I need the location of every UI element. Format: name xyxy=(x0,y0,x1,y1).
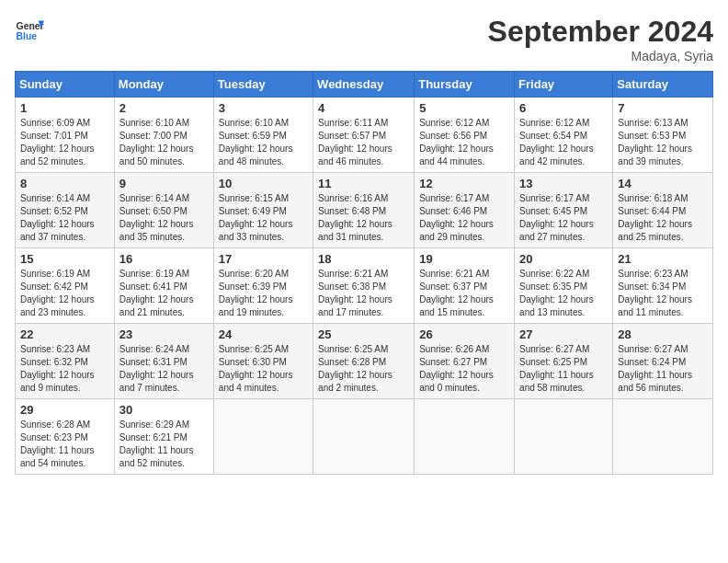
weekday-header-thursday: Thursday xyxy=(415,72,515,98)
calendar-cell: 30 Sunrise: 6:29 AM Sunset: 6:21 PM Dayl… xyxy=(114,399,213,475)
day-details: Sunrise: 6:20 AM Sunset: 6:39 PM Dayligh… xyxy=(219,268,308,319)
calendar-cell: 2 Sunrise: 6:10 AM Sunset: 7:00 PM Dayli… xyxy=(114,98,213,173)
calendar-cell: 15 Sunrise: 6:19 AM Sunset: 6:42 PM Dayl… xyxy=(16,248,115,324)
calendar-cell: 21 Sunrise: 6:23 AM Sunset: 6:34 PM Dayl… xyxy=(613,248,713,324)
weekday-header-sunday: Sunday xyxy=(16,72,115,98)
calendar-week-row: 15 Sunrise: 6:19 AM Sunset: 6:42 PM Dayl… xyxy=(16,248,713,324)
calendar-cell: 13 Sunrise: 6:17 AM Sunset: 6:45 PM Dayl… xyxy=(515,173,613,248)
day-details: Sunrise: 6:14 AM Sunset: 6:50 PM Dayligh… xyxy=(119,192,209,244)
calendar-cell: 4 Sunrise: 6:11 AM Sunset: 6:57 PM Dayli… xyxy=(313,98,415,173)
calendar-cell: 23 Sunrise: 6:24 AM Sunset: 6:31 PM Dayl… xyxy=(114,324,213,399)
calendar-cell: 3 Sunrise: 6:10 AM Sunset: 6:59 PM Dayli… xyxy=(213,98,313,173)
day-number: 6 xyxy=(519,101,608,115)
logo-icon: General Blue xyxy=(15,15,44,44)
day-number: 28 xyxy=(618,327,708,341)
weekday-header-row: SundayMondayTuesdayWednesdayThursdayFrid… xyxy=(16,72,713,98)
weekday-header-wednesday: Wednesday xyxy=(313,72,415,98)
day-number: 23 xyxy=(119,327,209,341)
day-number: 8 xyxy=(20,177,109,190)
day-details: Sunrise: 6:26 AM Sunset: 6:27 PM Dayligh… xyxy=(419,343,509,395)
day-number: 30 xyxy=(119,403,209,417)
calendar-cell: 27 Sunrise: 6:27 AM Sunset: 6:25 PM Dayl… xyxy=(515,324,613,399)
day-details: Sunrise: 6:21 AM Sunset: 6:37 PM Dayligh… xyxy=(419,268,509,319)
day-details: Sunrise: 6:27 AM Sunset: 6:25 PM Dayligh… xyxy=(519,343,608,395)
day-details: Sunrise: 6:14 AM Sunset: 6:52 PM Dayligh… xyxy=(20,192,109,244)
calendar-week-row: 22 Sunrise: 6:23 AM Sunset: 6:32 PM Dayl… xyxy=(16,324,713,399)
calendar-cell: 26 Sunrise: 6:26 AM Sunset: 6:27 PM Dayl… xyxy=(415,324,515,399)
day-number: 5 xyxy=(419,101,509,115)
logo: General Blue xyxy=(15,15,44,44)
month-title: September 2024 xyxy=(488,15,713,49)
day-number: 29 xyxy=(20,403,109,417)
day-number: 13 xyxy=(519,177,608,190)
day-number: 18 xyxy=(318,252,409,266)
day-number: 21 xyxy=(618,252,708,266)
day-number: 24 xyxy=(219,327,308,341)
calendar-cell: 20 Sunrise: 6:22 AM Sunset: 6:35 PM Dayl… xyxy=(515,248,613,324)
calendar-cell: 17 Sunrise: 6:20 AM Sunset: 6:39 PM Dayl… xyxy=(213,248,313,324)
day-details: Sunrise: 6:17 AM Sunset: 6:45 PM Dayligh… xyxy=(519,192,608,244)
day-details: Sunrise: 6:22 AM Sunset: 6:35 PM Dayligh… xyxy=(519,268,608,319)
day-number: 25 xyxy=(318,327,409,341)
day-number: 1 xyxy=(20,101,109,115)
day-details: Sunrise: 6:15 AM Sunset: 6:49 PM Dayligh… xyxy=(219,192,308,244)
calendar-cell xyxy=(313,399,415,475)
day-details: Sunrise: 6:19 AM Sunset: 6:41 PM Dayligh… xyxy=(119,268,209,319)
calendar-cell: 19 Sunrise: 6:21 AM Sunset: 6:37 PM Dayl… xyxy=(415,248,515,324)
day-details: Sunrise: 6:21 AM Sunset: 6:38 PM Dayligh… xyxy=(318,268,409,319)
day-number: 12 xyxy=(419,177,509,190)
calendar-cell: 24 Sunrise: 6:25 AM Sunset: 6:30 PM Dayl… xyxy=(213,324,313,399)
day-details: Sunrise: 6:23 AM Sunset: 6:34 PM Dayligh… xyxy=(618,268,708,319)
calendar-cell: 14 Sunrise: 6:18 AM Sunset: 6:44 PM Dayl… xyxy=(613,173,713,248)
calendar-cell: 16 Sunrise: 6:19 AM Sunset: 6:41 PM Dayl… xyxy=(114,248,213,324)
location: Madaya, Syria xyxy=(488,49,713,63)
day-details: Sunrise: 6:11 AM Sunset: 6:57 PM Dayligh… xyxy=(318,117,409,168)
day-number: 4 xyxy=(318,101,409,115)
day-details: Sunrise: 6:25 AM Sunset: 6:30 PM Dayligh… xyxy=(219,343,308,395)
day-details: Sunrise: 6:09 AM Sunset: 7:01 PM Dayligh… xyxy=(20,117,109,168)
calendar-cell: 9 Sunrise: 6:14 AM Sunset: 6:50 PM Dayli… xyxy=(114,173,213,248)
calendar-table: SundayMondayTuesdayWednesdayThursdayFrid… xyxy=(15,71,713,475)
calendar-cell: 25 Sunrise: 6:25 AM Sunset: 6:28 PM Dayl… xyxy=(313,324,415,399)
page-header: General Blue September 2024 Madaya, Syri… xyxy=(15,15,713,63)
day-number: 9 xyxy=(119,177,209,190)
calendar-cell xyxy=(213,399,313,475)
day-details: Sunrise: 6:23 AM Sunset: 6:32 PM Dayligh… xyxy=(20,343,109,395)
day-number: 2 xyxy=(119,101,209,115)
day-details: Sunrise: 6:27 AM Sunset: 6:24 PM Dayligh… xyxy=(618,343,708,395)
day-number: 10 xyxy=(219,177,308,190)
calendar-cell: 7 Sunrise: 6:13 AM Sunset: 6:53 PM Dayli… xyxy=(613,98,713,173)
day-number: 14 xyxy=(618,177,708,190)
day-number: 16 xyxy=(119,252,209,266)
day-number: 11 xyxy=(318,177,409,190)
day-number: 26 xyxy=(419,327,509,341)
calendar-week-row: 8 Sunrise: 6:14 AM Sunset: 6:52 PM Dayli… xyxy=(16,173,713,248)
calendar-cell xyxy=(613,399,713,475)
weekday-header-saturday: Saturday xyxy=(613,72,713,98)
weekday-header-monday: Monday xyxy=(114,72,213,98)
calendar-cell: 1 Sunrise: 6:09 AM Sunset: 7:01 PM Dayli… xyxy=(16,98,115,173)
calendar-cell xyxy=(515,399,613,475)
weekday-header-friday: Friday xyxy=(515,72,613,98)
day-details: Sunrise: 6:12 AM Sunset: 6:54 PM Dayligh… xyxy=(519,117,608,168)
day-details: Sunrise: 6:16 AM Sunset: 6:48 PM Dayligh… xyxy=(318,192,409,244)
day-number: 19 xyxy=(419,252,509,266)
calendar-cell: 10 Sunrise: 6:15 AM Sunset: 6:49 PM Dayl… xyxy=(213,173,313,248)
calendar-cell: 12 Sunrise: 6:17 AM Sunset: 6:46 PM Dayl… xyxy=(415,173,515,248)
calendar-cell: 6 Sunrise: 6:12 AM Sunset: 6:54 PM Dayli… xyxy=(515,98,613,173)
day-number: 20 xyxy=(519,252,608,266)
calendar-week-row: 1 Sunrise: 6:09 AM Sunset: 7:01 PM Dayli… xyxy=(16,98,713,173)
day-number: 27 xyxy=(519,327,608,341)
day-number: 15 xyxy=(20,252,109,266)
day-details: Sunrise: 6:24 AM Sunset: 6:31 PM Dayligh… xyxy=(119,343,209,395)
day-details: Sunrise: 6:25 AM Sunset: 6:28 PM Dayligh… xyxy=(318,343,409,395)
day-details: Sunrise: 6:18 AM Sunset: 6:44 PM Dayligh… xyxy=(618,192,708,244)
day-details: Sunrise: 6:17 AM Sunset: 6:46 PM Dayligh… xyxy=(419,192,509,244)
calendar-cell: 22 Sunrise: 6:23 AM Sunset: 6:32 PM Dayl… xyxy=(16,324,115,399)
day-number: 3 xyxy=(219,101,308,115)
title-section: September 2024 Madaya, Syria xyxy=(488,15,713,63)
calendar-cell xyxy=(415,399,515,475)
day-details: Sunrise: 6:28 AM Sunset: 6:23 PM Dayligh… xyxy=(20,419,109,470)
day-details: Sunrise: 6:13 AM Sunset: 6:53 PM Dayligh… xyxy=(618,117,708,168)
calendar-cell: 18 Sunrise: 6:21 AM Sunset: 6:38 PM Dayl… xyxy=(313,248,415,324)
